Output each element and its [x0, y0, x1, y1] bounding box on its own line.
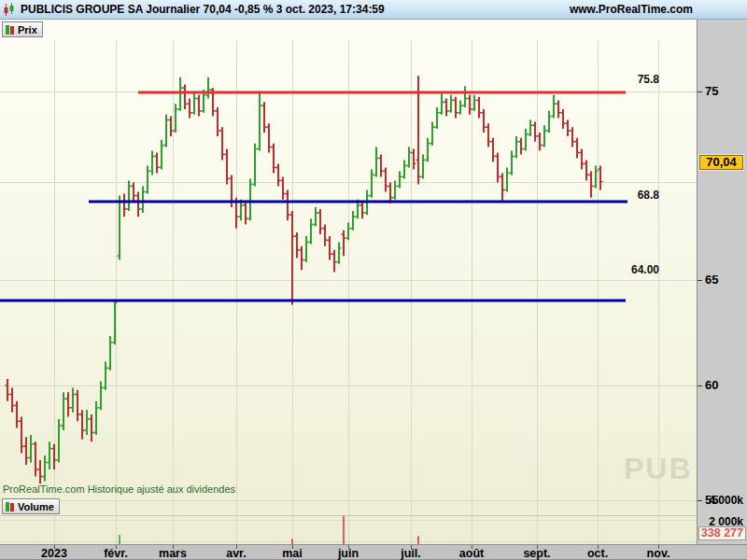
price-axis[interactable]: 70,04 338 277 756560554 000k2 000k — [697, 20, 747, 544]
axis-tick-mark — [698, 91, 702, 92]
volume-series-icon — [6, 502, 14, 511]
price-series-icon — [6, 25, 14, 35]
prorealtime-window: PUBLICIS GROUPE SA Journalier 70,04 -0,8… — [0, 0, 747, 560]
month-label: nov. — [647, 547, 670, 560]
tab-prix[interactable]: Prix — [2, 21, 43, 37]
month-label: avr. — [226, 547, 247, 560]
candlestick-icon — [3, 3, 17, 17]
month-label: mai — [282, 547, 303, 560]
month-label: sept. — [523, 547, 550, 560]
month-label: févr. — [104, 547, 128, 560]
chart-area[interactable]: ProRealTime.com Historique ajusté aux di… — [0, 20, 697, 544]
month-label: juil. — [401, 547, 421, 560]
chart-svg[interactable] — [0, 20, 697, 560]
website-link[interactable]: www.ProRealTime.com — [570, 3, 693, 16]
level-label: 75.8 — [603, 73, 659, 86]
axis-tick-mark — [698, 280, 702, 281]
last-volume-badge: 338 277 — [698, 526, 746, 540]
adjusted-dividends-note: ProRealTime.com Historique ajusté aux di… — [3, 483, 235, 495]
price-tick-label: 60 — [705, 378, 718, 392]
ticker-watermark: PUB — [624, 452, 693, 486]
month-label: août — [459, 547, 484, 560]
volume-tick-label: 4 000k — [709, 494, 743, 507]
month-label: 2023 — [41, 547, 67, 560]
tab-volume[interactable]: Volume — [2, 498, 60, 514]
last-price-badge: 70,04 — [699, 155, 743, 170]
level-label: 64.00 — [603, 263, 659, 276]
volume-tick-label: 2 000k — [709, 515, 743, 528]
level-label: 68.8 — [603, 189, 659, 202]
month-label: juin — [338, 547, 359, 560]
tab-prix-label: Prix — [18, 24, 37, 35]
tab-volume-label: Volume — [18, 501, 54, 512]
axis-tick-mark — [698, 500, 702, 501]
month-label: oct. — [587, 547, 608, 560]
chart-title: PUBLICIS GROUPE SA Journalier 70,04 -0,8… — [21, 3, 385, 16]
title-bar: PUBLICIS GROUPE SA Journalier 70,04 -0,8… — [0, 0, 747, 20]
month-label: mars — [159, 547, 187, 560]
axis-tick-mark — [698, 385, 702, 386]
time-axis[interactable]: 2023févr.marsavr.maijuinjuil.aoûtsept.oc… — [0, 544, 747, 560]
price-tick-label: 65 — [705, 273, 718, 287]
price-tick-label: 75 — [705, 84, 718, 98]
